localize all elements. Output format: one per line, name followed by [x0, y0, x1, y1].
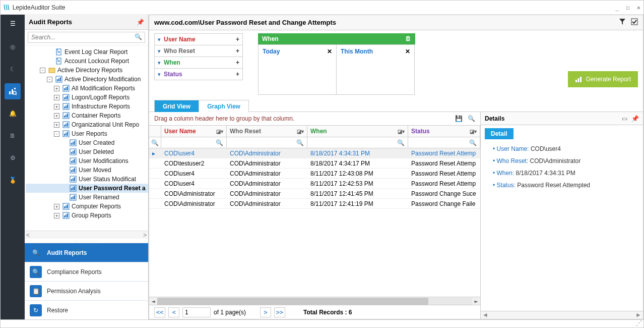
- hscroll-track[interactable]: [157, 298, 472, 305]
- tree-node[interactable]: -Active Directory Modification: [26, 75, 148, 84]
- tree-hscroll[interactable]: <>: [25, 231, 148, 239]
- search-grid-icon[interactable]: 🔍: [468, 115, 475, 122]
- expand-icon[interactable]: +: [54, 113, 59, 119]
- maximize-button[interactable]: ☐: [626, 4, 630, 11]
- search-input[interactable]: [28, 32, 145, 43]
- bottomnav-item[interactable]: 🔍Compliance Reports: [25, 262, 148, 281]
- details-screen-icon[interactable]: ▭: [622, 115, 627, 122]
- bell-icon[interactable]: 🔔: [5, 105, 21, 122]
- when-today-close[interactable]: ✕: [327, 48, 332, 55]
- search-icon[interactable]: 🔍: [135, 33, 142, 40]
- tree-node[interactable]: User Renamed: [26, 193, 148, 202]
- gear-icon[interactable]: ⚙: [5, 150, 21, 166]
- document-icon[interactable]: 🗎: [5, 128, 21, 144]
- tree-node[interactable]: +Infrastructure Reports: [26, 102, 148, 111]
- tree-node[interactable]: +Computer Reports: [26, 202, 148, 211]
- resize-grip[interactable]: ⋰: [636, 319, 642, 326]
- add-filter-icon[interactable]: +: [236, 47, 239, 54]
- tree-node[interactable]: User Modifications: [26, 156, 148, 166]
- add-filter-icon[interactable]: +: [236, 36, 239, 43]
- column-header[interactable]: Status◪▾: [408, 126, 480, 137]
- check-icon[interactable]: [631, 18, 638, 27]
- tree-node[interactable]: -User Reports: [26, 129, 148, 138]
- tree-node[interactable]: -Active Directory Reports: [26, 66, 148, 75]
- details-pin-icon[interactable]: 📌: [631, 115, 639, 122]
- report-tree[interactable]: Event Log Clear ReportAccount Lockout Re…: [25, 45, 148, 231]
- tree-node[interactable]: +Logon/Logoff Reports: [26, 93, 148, 102]
- when-thismonth-close[interactable]: ✕: [405, 48, 410, 55]
- filter-row[interactable]: ▾When+: [154, 57, 243, 69]
- column-header[interactable]: Who Reset◪▾: [227, 126, 307, 137]
- column-filter-icon[interactable]: ◪▾: [398, 129, 405, 134]
- tree-node[interactable]: User Created: [26, 138, 148, 147]
- when-thismonth-label[interactable]: This Month: [341, 48, 373, 55]
- expand-icon[interactable]: +: [54, 122, 59, 128]
- tree-node[interactable]: Event Log Clear Report: [26, 47, 148, 57]
- expand-icon[interactable]: +: [54, 204, 59, 209]
- bottomnav-item[interactable]: ↻Restore: [25, 300, 148, 319]
- table-row[interactable]: COD\testuser2COD\Administrator8/18/2017 …: [149, 158, 480, 169]
- tree-node[interactable]: Account Lockout Report: [26, 57, 148, 66]
- filter-icon[interactable]: [619, 18, 626, 27]
- column-filter-icon[interactable]: ◪▾: [216, 129, 223, 134]
- badge-icon[interactable]: 🏅: [5, 172, 21, 188]
- tree-node[interactable]: +All Modification Reports: [26, 84, 148, 93]
- expand-icon[interactable]: -: [40, 68, 45, 73]
- hscroll-right[interactable]: ►: [472, 298, 480, 305]
- tree-node[interactable]: User Password Reset a: [26, 184, 148, 193]
- tree-node[interactable]: +Organizational Unit Repo: [26, 120, 148, 129]
- pin-icon[interactable]: 📌: [137, 19, 144, 26]
- pager-first[interactable]: <<: [154, 307, 165, 317]
- table-row[interactable]: COD\user4COD\Administrator8/11/2017 12:4…: [149, 179, 480, 189]
- column-header[interactable]: User Name◪▾: [161, 126, 227, 137]
- add-filter-icon[interactable]: +: [236, 71, 239, 78]
- splitter-dots[interactable]: ∙∙∙∙∙∙∙∙∙∙∙∙: [25, 239, 148, 243]
- filter-row[interactable]: ▾User Name+: [154, 33, 243, 45]
- minimize-button[interactable]: _: [615, 4, 619, 11]
- details-hscroll[interactable]: ◄►: [481, 311, 643, 319]
- bottomnav-item[interactable]: 📋Permission Analysis: [25, 281, 148, 300]
- tab-grid-view[interactable]: Grid View: [154, 100, 199, 112]
- tree-node[interactable]: User Deleted: [26, 147, 148, 156]
- column-filter-icon[interactable]: ◪▾: [470, 129, 477, 134]
- expand-icon[interactable]: +: [54, 86, 59, 91]
- expand-icon[interactable]: +: [54, 213, 59, 218]
- column-search[interactable]: 🔍: [161, 137, 227, 148]
- add-filter-icon[interactable]: +: [236, 59, 239, 66]
- target-icon[interactable]: ◎: [5, 39, 21, 55]
- column-search[interactable]: 🔍: [227, 137, 307, 148]
- column-search[interactable]: 🔍: [307, 137, 408, 148]
- tree-node[interactable]: +Group Reports: [26, 211, 148, 220]
- column-search[interactable]: 🔍: [408, 137, 480, 148]
- table-row[interactable]: COD\AdministratorCOD\Administrator8/11/2…: [149, 189, 480, 199]
- tab-graph-view[interactable]: Graph View: [199, 100, 249, 112]
- table-row[interactable]: COD\AdministratorCOD\Administrator8/11/2…: [149, 199, 480, 209]
- filter-row[interactable]: ▾Status+: [154, 68, 243, 80]
- grid-hscroll[interactable]: ◄ ►: [149, 297, 480, 305]
- column-filter-icon[interactable]: ◪▾: [297, 129, 304, 134]
- analytics-icon[interactable]: [5, 83, 21, 99]
- table-row[interactable]: ▸COD\user4COD\Administrator8/18/2017 4:3…: [149, 148, 480, 158]
- column-header[interactable]: When◪▾: [307, 126, 408, 137]
- tree-node[interactable]: User Status Modificat: [26, 175, 148, 184]
- expand-icon[interactable]: -: [47, 77, 52, 82]
- hscroll-left[interactable]: ◄: [149, 298, 157, 305]
- expand-icon[interactable]: +: [54, 95, 59, 100]
- table-row[interactable]: COD\user4COD\Administrator8/11/2017 12:4…: [149, 169, 480, 179]
- hamburger-button[interactable]: ☰: [1, 18, 25, 30]
- when-today-label[interactable]: Today: [263, 48, 280, 55]
- bottomnav-item[interactable]: 🔍Audit Reports: [25, 243, 148, 262]
- save-icon[interactable]: 💾: [455, 115, 463, 122]
- filter-row[interactable]: ▾Who Reset+: [154, 45, 243, 57]
- pager-last[interactable]: >>: [274, 307, 285, 317]
- close-button[interactable]: ✕: [637, 4, 640, 11]
- hscroll-thumb[interactable]: [157, 298, 428, 305]
- expand-icon[interactable]: +: [54, 104, 59, 110]
- pager-prev[interactable]: <: [168, 307, 179, 317]
- pager-page-input[interactable]: [182, 307, 211, 317]
- generate-report-button[interactable]: Generate Report: [568, 71, 638, 87]
- moon-icon[interactable]: ☾: [5, 61, 21, 77]
- tree-node[interactable]: User Moved: [26, 166, 148, 175]
- calendar-icon[interactable]: 🗓: [405, 35, 411, 42]
- pager-next[interactable]: >: [260, 307, 271, 317]
